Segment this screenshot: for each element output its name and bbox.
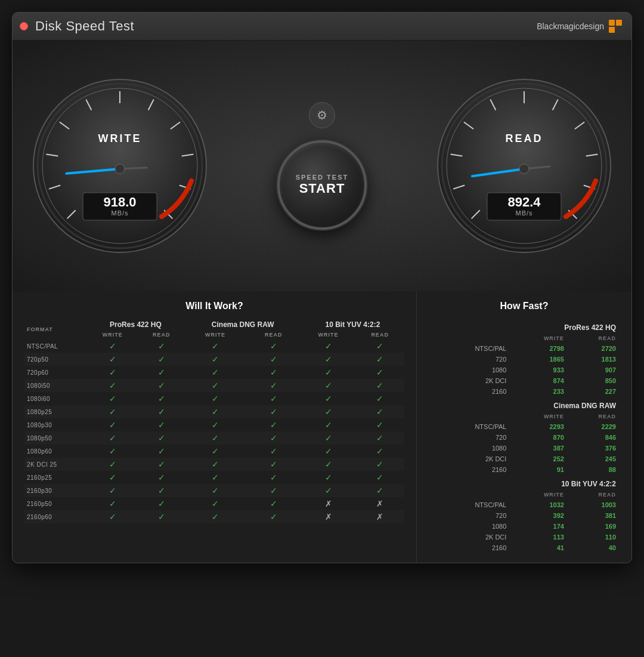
svg-text:READ: READ: [505, 132, 543, 144]
check-cell: ✓: [355, 445, 404, 458]
check-cell: ✓: [86, 471, 138, 484]
close-button[interactable]: [20, 22, 28, 30]
check-cell: ✓: [301, 418, 355, 431]
table-row: 2160p50✓✓✓✓✗✗: [24, 497, 404, 510]
yuv-header: 10 Bit YUV 4:2:2: [301, 319, 404, 330]
write-value: 41: [510, 542, 568, 553]
section-header-row: 10 Bit YUV 4:2:2: [429, 475, 620, 490]
check-cell: ✓: [138, 353, 185, 366]
row-label: 2K DCI: [429, 375, 510, 386]
check-cell: ✓: [185, 484, 246, 497]
read-value: 1003: [568, 499, 620, 510]
format-cell: 1080i50: [24, 379, 86, 392]
row-label: 2K DCI: [429, 532, 510, 542]
check-cell: ✓: [355, 431, 404, 445]
write-value: 113: [510, 532, 568, 542]
format-cell: 720p50: [24, 353, 86, 366]
column-header-row: WRITEREAD: [429, 412, 620, 421]
format-cell: 1080p25: [24, 405, 86, 418]
check-cell: ✓: [185, 431, 246, 445]
speed-test-start-button[interactable]: SPEED TEST START: [277, 140, 367, 230]
table-row: 720p50✓✓✓✓✓✓: [24, 353, 404, 366]
write-value: 387: [510, 443, 568, 454]
write-value: 233: [510, 386, 568, 397]
check-cell: ✓: [138, 379, 185, 392]
check-cell: ✓: [355, 366, 404, 379]
table-row: 2160p60✓✓✓✓✗✗: [24, 510, 404, 523]
check-cell: ✓: [185, 445, 246, 458]
write-value: 174: [510, 521, 568, 532]
check-cell: ✓: [86, 431, 138, 445]
check-cell: ✓: [355, 340, 404, 353]
read-gauge-wrapper: 892.4 MB/s READ: [435, 76, 614, 255]
check-cell: ✓: [246, 366, 301, 379]
check-cell: ✓: [138, 497, 185, 510]
check-cell: ✓: [301, 484, 355, 497]
format-cell: 1080p60: [24, 445, 86, 458]
check-cell: ✓: [86, 405, 138, 418]
check-cell: ✓: [86, 510, 138, 523]
format-cell: 2K DCI 25: [24, 458, 86, 471]
how-fast-table: ProRes 422 HQWRITEREADNTSC/PAL2798272072…: [429, 319, 620, 553]
yuv-read-header: READ: [355, 330, 404, 340]
check-cell: ✓: [301, 379, 355, 392]
prores-write-header: WRITE: [86, 330, 138, 340]
check-cell: ✓: [301, 458, 355, 471]
section-name: ProRes 422 HQ: [429, 319, 620, 334]
table-row: 2K DCI252245: [429, 454, 620, 464]
format-cell: 2160p25: [24, 471, 86, 484]
bottom-section: Will It Work? FORMAT ProRes 422 HQ Cinem…: [13, 291, 631, 563]
row-label: 720: [429, 432, 510, 443]
section-name: Cinema DNG RAW: [429, 397, 620, 412]
logo-cell-2: [616, 20, 622, 26]
table-row: 2K DCI874850: [429, 375, 620, 386]
check-cell: ✓: [86, 484, 138, 497]
will-it-work-table: FORMAT ProRes 422 HQ Cinema DNG RAW 10 B…: [24, 319, 404, 523]
cdng-write-header: WRITE: [185, 330, 246, 340]
read-value: 381: [568, 510, 620, 521]
read-value: 1813: [568, 354, 620, 365]
brand-logo: Blackmagicdesign: [537, 20, 622, 33]
row-label: 1080: [429, 521, 510, 532]
col-header: WRITE: [510, 490, 568, 499]
check-cell: ✓: [185, 497, 246, 510]
table-row: 1080p25✓✓✓✓✓✓: [24, 405, 404, 418]
check-cell: ✓: [246, 497, 301, 510]
table-row: NTSC/PAL27982720: [429, 343, 620, 354]
check-cell: ✓: [185, 458, 246, 471]
check-cell: ✓: [185, 353, 246, 366]
check-cell: ✓: [86, 353, 138, 366]
col-header: READ: [568, 490, 620, 499]
table-row: 1080i50✓✓✓✓✓✓: [24, 379, 404, 392]
row-label: 1080: [429, 443, 510, 454]
check-cell: ✓: [185, 510, 246, 523]
check-cell: ✓: [301, 353, 355, 366]
prores-header: ProRes 422 HQ: [86, 319, 184, 330]
column-header-row: WRITEREAD: [429, 334, 620, 343]
check-cell: ✓: [355, 484, 404, 497]
title-bar-left: Disk Speed Test: [20, 18, 134, 34]
check-cell: ✓: [246, 353, 301, 366]
start-label: START: [299, 181, 345, 196]
column-header-row: WRITEREAD: [429, 490, 620, 499]
app-window: Disk Speed Test Blackmagicdesign: [12, 12, 632, 563]
read-value: 376: [568, 443, 620, 454]
check-cell: ✓: [185, 379, 246, 392]
check-cell: ✓: [138, 471, 185, 484]
table-row: 720870846: [429, 432, 620, 443]
write-value: 874: [510, 375, 568, 386]
check-cell: ✓: [185, 471, 246, 484]
prores-read-header: READ: [138, 330, 185, 340]
check-cell: ✗: [355, 497, 404, 510]
settings-button[interactable]: ⚙: [309, 102, 335, 128]
check-cell: ✓: [355, 418, 404, 431]
check-cell: ✓: [355, 392, 404, 405]
how-fast-panel: How Fast? ProRes 422 HQWRITEREADNTSC/PAL…: [417, 291, 631, 563]
check-cell: ✓: [185, 340, 246, 353]
check-cell: ✓: [355, 353, 404, 366]
svg-point-37: [519, 164, 529, 174]
check-cell: ✗: [301, 497, 355, 510]
check-cell: ✓: [185, 418, 246, 431]
check-cell: ✓: [138, 484, 185, 497]
section-name: 10 Bit YUV 4:2:2: [429, 475, 620, 490]
